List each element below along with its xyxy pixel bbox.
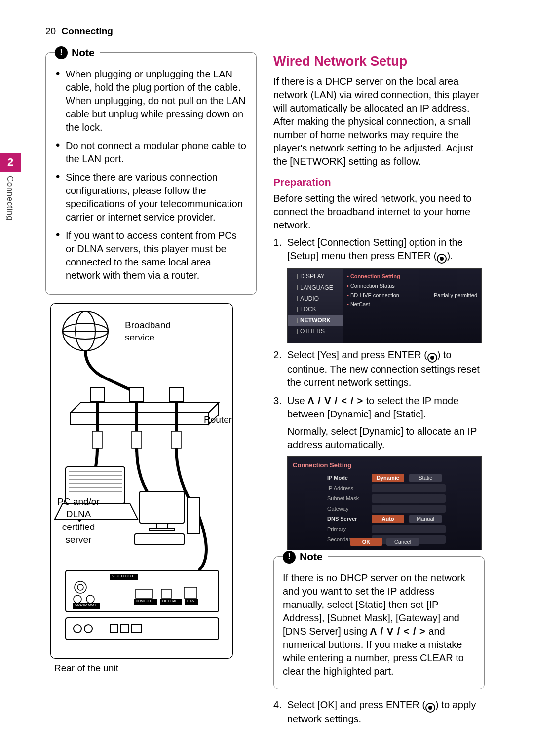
setup-menu-item: OTHERS xyxy=(288,326,343,337)
conn-option-pill: Dynamic xyxy=(372,474,404,482)
menu-category-icon xyxy=(291,307,298,312)
port-label-audio-out: AUDIO OUT xyxy=(75,603,96,608)
conn-setting-row: IP ModeDynamicStatic xyxy=(327,473,476,483)
diagram-caption: Rear of the unit xyxy=(54,662,257,675)
side-tab: 2 Connecting xyxy=(0,153,26,221)
conn-option-pill: Auto xyxy=(372,515,404,523)
note-title: Note xyxy=(72,46,95,60)
menu-category-icon xyxy=(291,296,298,301)
svg-rect-42 xyxy=(132,625,142,633)
setup-menu-option: Connection Status xyxy=(347,281,477,291)
step-3: Use Λ / V / < / > to select the IP mode … xyxy=(273,394,485,452)
conn-option-pill: Static xyxy=(409,474,442,482)
diagram-label-broadband: Broadband service xyxy=(125,319,171,344)
enter-icon xyxy=(427,353,437,363)
chapter-number-badge: 2 xyxy=(0,153,21,172)
svg-rect-23 xyxy=(135,534,184,545)
conn-button: OK xyxy=(350,538,382,546)
setup-menu-item: LANGUAGE xyxy=(288,282,343,293)
note-bullet: When plugging or unplugging the LAN cabl… xyxy=(55,68,247,134)
port-label-optical: OPTICAL xyxy=(162,599,177,603)
step-2: Select [Yes] and press ENTER () to conti… xyxy=(273,348,485,389)
svg-rect-36 xyxy=(184,587,197,598)
step-4: Select [OK] and press ENTER () to apply … xyxy=(273,698,485,726)
svg-point-32 xyxy=(74,595,81,603)
svg-point-33 xyxy=(86,595,94,603)
svg-point-39 xyxy=(84,625,92,633)
svg-rect-6 xyxy=(130,388,144,402)
conn-button: Cancel xyxy=(386,538,419,546)
setup-menu-item: NETWORK xyxy=(288,315,343,326)
setup-menu-item: AUDIO xyxy=(288,293,343,304)
conn-setting-row: Primary xyxy=(327,524,476,534)
svg-rect-34 xyxy=(136,589,152,598)
svg-rect-4 xyxy=(71,413,209,424)
preparation-heading: Preparation xyxy=(273,175,485,189)
setup-menu-option: Connection Setting xyxy=(347,272,477,281)
svg-rect-21 xyxy=(150,528,174,531)
conn-option-pill: Manual xyxy=(409,515,442,523)
svg-rect-9 xyxy=(92,431,102,448)
setup-menu-option: NetCast xyxy=(347,300,477,309)
menu-category-icon xyxy=(291,285,298,290)
arrow-keys: Λ / V / < / > xyxy=(307,395,363,406)
conn-setting-row: IP Address xyxy=(327,483,476,493)
svg-point-31 xyxy=(77,584,83,590)
svg-rect-22 xyxy=(187,497,200,534)
svg-rect-41 xyxy=(121,625,129,633)
diagram-label-router: Router xyxy=(204,414,232,426)
note-bullet: Since there are various connection confi… xyxy=(55,171,247,224)
port-label-hdmi-out: HDMI OUT xyxy=(136,599,153,603)
svg-point-38 xyxy=(74,625,81,633)
setup-menu-item: DISPLAY xyxy=(288,271,343,282)
port-label-lan: LAN xyxy=(187,599,195,604)
preparation-body: Before setting the wired network, you ne… xyxy=(273,192,485,232)
conn-setting-row: DNS ServerAutoManual xyxy=(327,514,476,524)
note-box-2: ! Note If there is no DHCP server on the… xyxy=(273,556,485,689)
svg-rect-40 xyxy=(110,625,118,633)
left-column: ! Note When plugging or unplugging the L… xyxy=(45,52,257,731)
network-diagram: LAN xyxy=(50,303,233,659)
port-label-video-out: VIDEO OUT xyxy=(112,574,134,579)
page-header: 20 Connecting xyxy=(45,25,485,38)
chapter-label-vertical: Connecting xyxy=(4,176,15,221)
connection-setting-screenshot: Connection Setting IP ModeDynamicStaticI… xyxy=(287,456,482,550)
svg-rect-5 xyxy=(90,388,104,402)
setup-menu-screenshot: DISPLAYLANGUAGEAUDIOLOCKNETWORKOTHERS Co… xyxy=(287,268,482,343)
note-bullet: Do not connect a modular phone cable to … xyxy=(55,139,247,166)
diagram-label-server: PC and/or DLNA certified server xyxy=(49,495,108,546)
svg-rect-10 xyxy=(132,431,142,448)
note-icon: ! xyxy=(55,46,68,59)
page-section: Connecting xyxy=(61,26,113,36)
right-column: Wired Network Setup If there is a DHCP s… xyxy=(273,52,485,731)
note-box: ! Note When plugging or unplugging the L… xyxy=(45,52,257,295)
conn-title: Connection Setting xyxy=(293,461,476,470)
svg-rect-19 xyxy=(140,491,184,523)
note-icon: ! xyxy=(283,551,296,564)
setup-menu-option: BD-LIVE connection:Partially permitted xyxy=(347,291,477,300)
note-title: Note xyxy=(300,550,323,564)
menu-category-icon xyxy=(291,274,298,279)
arrow-keys: Λ / V / < / > xyxy=(370,626,426,637)
menu-category-icon xyxy=(291,318,298,323)
svg-rect-20 xyxy=(156,523,167,528)
setup-menu-item: LOCK xyxy=(288,304,343,315)
enter-icon xyxy=(425,703,435,713)
conn-setting-row: Gateway xyxy=(327,504,476,514)
svg-rect-35 xyxy=(161,589,171,598)
section-intro: If there is a DHCP server on the local a… xyxy=(273,75,485,168)
note-bullet: If you want to access content from PCs o… xyxy=(55,229,247,282)
section-title: Wired Network Setup xyxy=(273,52,485,70)
conn-setting-row: Subnet Mask xyxy=(327,493,476,504)
page-number: 20 xyxy=(45,26,56,36)
svg-text:LAN: LAN xyxy=(86,407,94,412)
step-1: Select [Connection Setting] option in th… xyxy=(273,236,485,264)
svg-rect-7 xyxy=(169,388,183,402)
svg-rect-11 xyxy=(171,431,181,448)
menu-category-icon xyxy=(291,329,298,334)
enter-icon xyxy=(437,254,447,264)
